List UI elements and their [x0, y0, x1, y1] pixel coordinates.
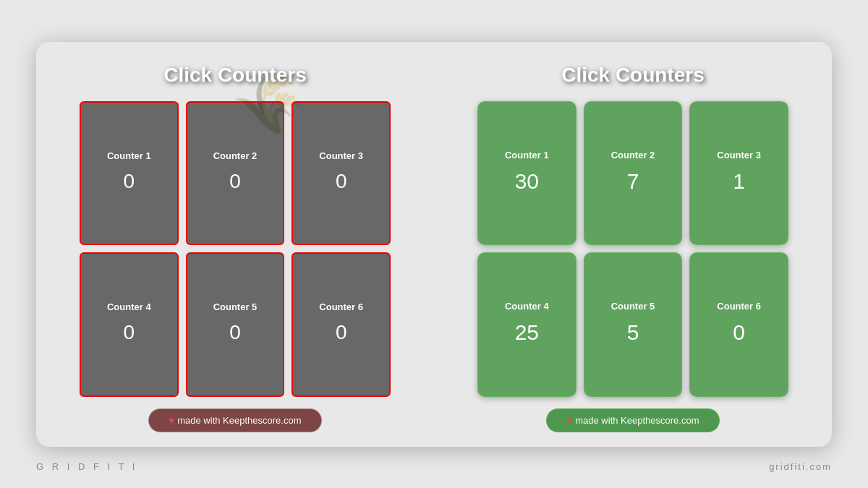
right-counter-value-3: 1 — [733, 169, 745, 194]
right-panel-title: Click Counters — [561, 64, 705, 87]
right-counter-value-1: 30 — [515, 169, 539, 194]
left-counter-card-3[interactable]: Counter 3 0 — [292, 101, 391, 246]
left-footer-badge: ♥made with Keepthescore.com — [148, 408, 323, 432]
right-panel: Click Counters Counter 1 30 Counter 2 7 … — [434, 42, 832, 447]
right-counter-value-6: 0 — [733, 320, 745, 345]
right-counter-card-2[interactable]: Counter 2 7 — [584, 101, 683, 246]
left-counter-card-6[interactable]: Counter 6 0 — [292, 252, 391, 397]
right-heart-icon: ♥ — [567, 415, 573, 426]
left-counter-value-6: 0 — [336, 321, 347, 344]
right-counter-card-5[interactable]: Counter 5 5 — [584, 252, 683, 397]
right-counter-value-5: 5 — [627, 320, 639, 345]
left-counter-label-4: Counter 4 — [107, 301, 151, 312]
right-counter-value-4: 25 — [515, 320, 539, 345]
left-counter-value-5: 0 — [229, 321, 241, 344]
right-counter-label-5: Counter 5 — [611, 301, 655, 312]
left-counter-value-4: 0 — [124, 321, 135, 344]
left-counter-value-3: 0 — [336, 170, 347, 193]
right-footer-text: made with Keepthescore.com — [575, 415, 699, 426]
right-counter-card-1[interactable]: Counter 1 30 — [477, 101, 576, 246]
left-counter-card-5[interactable]: Counter 5 0 — [186, 252, 285, 397]
left-counter-label-3: Counter 3 — [319, 150, 363, 161]
left-counter-label-5: Counter 5 — [213, 301, 258, 312]
brand-right: gridfiti.com — [769, 461, 832, 472]
left-counters-grid: Counter 1 0 Counter 2 0 Counter 3 0 Coun… — [80, 101, 391, 397]
right-counter-value-2: 7 — [627, 169, 639, 194]
right-counter-label-3: Counter 3 — [717, 150, 761, 160]
page-wrapper: Click Counters Counter 1 0 Counter 2 0 C… — [36, 42, 832, 447]
heart-icon: ♥ — [169, 415, 175, 426]
right-counters-grid: Counter 1 30 Counter 2 7 Counter 3 1 Cou… — [477, 101, 788, 397]
left-panel-title: Click Counters — [163, 64, 307, 87]
left-counter-label-2: Counter 2 — [213, 150, 258, 161]
left-footer-text: made with Keepthescore.com — [177, 415, 301, 426]
right-counter-card-6[interactable]: Counter 6 0 — [689, 252, 788, 397]
right-counter-card-4[interactable]: Counter 4 25 — [477, 252, 576, 397]
left-panel: Click Counters Counter 1 0 Counter 2 0 C… — [36, 42, 434, 447]
left-counter-value-1: 0 — [124, 170, 135, 193]
right-counter-card-3[interactable]: Counter 3 1 — [689, 101, 788, 246]
left-counter-value-2: 0 — [229, 170, 241, 193]
left-counter-label-1: Counter 1 — [107, 150, 151, 161]
right-counter-label-2: Counter 2 — [611, 150, 655, 160]
left-counter-card-2[interactable]: Counter 2 0 — [186, 101, 285, 246]
right-counter-label-1: Counter 1 — [505, 150, 549, 160]
right-counter-label-4: Counter 4 — [505, 301, 549, 312]
left-counter-card-4[interactable]: Counter 4 0 — [80, 252, 179, 397]
left-counter-card-1[interactable]: Counter 1 0 — [80, 101, 179, 246]
brand-left: G R I D F I T I — [36, 461, 137, 472]
right-footer-badge: ♥made with Keepthescore.com — [546, 408, 720, 432]
right-counter-label-6: Counter 6 — [717, 301, 761, 312]
left-counter-label-6: Counter 6 — [319, 301, 363, 312]
